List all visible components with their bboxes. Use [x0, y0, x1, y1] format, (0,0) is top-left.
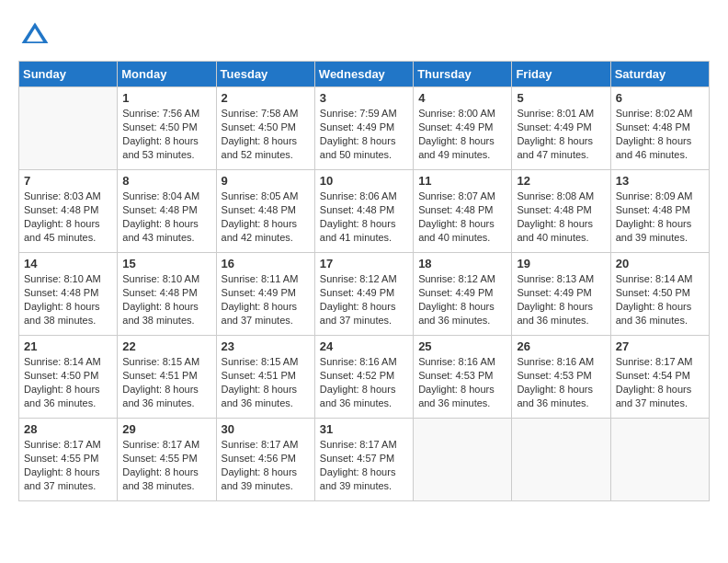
cell-info-line: Daylight: 8 hours [320, 300, 408, 314]
cell-info-line: Daylight: 8 hours [517, 217, 605, 231]
cell-info-line: Sunrise: 8:16 AM [418, 355, 506, 369]
cell-info-line: Sunset: 4:50 PM [122, 121, 210, 134]
day-number: 31 [320, 422, 408, 436]
cell-info-line: Daylight: 8 hours [222, 300, 310, 314]
cell-info-line: and 36 minutes. [418, 396, 506, 410]
day-number: 25 [418, 339, 506, 353]
cell-info-line: and 53 minutes. [122, 148, 210, 162]
day-cell: 11Sunrise: 8:07 AMSunset: 4:48 PMDayligh… [414, 170, 512, 253]
cell-info-line: Daylight: 8 hours [320, 383, 408, 396]
day-number: 26 [517, 339, 605, 353]
cell-info-line: Sunset: 4:56 PM [222, 452, 310, 465]
cell-info-line: Sunrise: 8:06 AM [320, 190, 408, 203]
cell-info-line: Sunrise: 8:17 AM [320, 438, 408, 452]
day-number: 1 [122, 91, 210, 105]
cell-info-line: and 38 minutes. [122, 479, 210, 493]
cell-info-line: and 36 minutes. [616, 314, 704, 327]
cell-info-line: Sunset: 4:48 PM [517, 203, 605, 217]
day-cell: 15Sunrise: 8:10 AMSunset: 4:48 PMDayligh… [118, 253, 216, 336]
cell-info-line: and 37 minutes. [320, 314, 408, 327]
cell-info-line: Daylight: 8 hours [418, 134, 506, 148]
cell-info-line: and 36 minutes. [517, 396, 605, 410]
day-number: 4 [418, 91, 506, 105]
cell-info-line: and 42 minutes. [222, 231, 310, 245]
day-number: 15 [122, 257, 210, 270]
cell-info-line: Sunset: 4:55 PM [122, 452, 210, 465]
day-cell: 22Sunrise: 8:15 AMSunset: 4:51 PMDayligh… [118, 336, 216, 419]
cell-info-line: Sunset: 4:48 PM [122, 203, 210, 217]
calendar-table: SundayMondayTuesdayWednesdayThursdayFrid… [18, 61, 710, 501]
cell-info-line: and 37 minutes. [616, 396, 704, 410]
week-row-2: 14Sunrise: 8:10 AMSunset: 4:48 PMDayligh… [19, 253, 710, 336]
day-number: 21 [24, 339, 112, 353]
day-cell [19, 87, 118, 170]
cell-info-line: Daylight: 8 hours [517, 383, 605, 396]
cell-info-line: and 46 minutes. [616, 148, 704, 162]
day-number: 12 [517, 174, 605, 188]
header-row: SundayMondayTuesdayWednesdayThursdayFrid… [19, 62, 710, 87]
day-number: 3 [320, 91, 408, 105]
week-row-3: 21Sunrise: 8:14 AMSunset: 4:50 PMDayligh… [19, 336, 710, 419]
day-cell: 3Sunrise: 7:59 AMSunset: 4:49 PMDaylight… [314, 87, 413, 170]
day-number: 22 [122, 339, 210, 353]
cell-info-line: Daylight: 8 hours [418, 300, 506, 314]
cell-info-line: Sunset: 4:55 PM [24, 452, 112, 465]
day-number: 14 [24, 257, 112, 270]
cell-info-line: and 40 minutes. [418, 231, 506, 245]
cell-info-line: Sunrise: 8:10 AM [24, 272, 112, 286]
cell-info-line: Sunrise: 8:14 AM [24, 355, 112, 369]
cell-info-line: Sunset: 4:48 PM [24, 286, 112, 300]
cell-info-line: Sunset: 4:57 PM [320, 452, 408, 465]
cell-info-line: Sunrise: 7:59 AM [320, 107, 408, 121]
day-cell: 19Sunrise: 8:13 AMSunset: 4:49 PMDayligh… [512, 253, 610, 336]
page-header [18, 18, 710, 52]
day-number: 20 [616, 257, 704, 270]
cell-info-line: Sunset: 4:50 PM [24, 369, 112, 383]
cell-info-line: Daylight: 8 hours [320, 465, 408, 479]
day-cell: 25Sunrise: 8:16 AMSunset: 4:53 PMDayligh… [414, 336, 512, 419]
cell-info-line: Sunrise: 8:08 AM [517, 190, 605, 203]
week-row-1: 7Sunrise: 8:03 AMSunset: 4:48 PMDaylight… [19, 170, 710, 253]
cell-info-line: Sunset: 4:48 PM [418, 203, 506, 217]
day-cell: 21Sunrise: 8:14 AMSunset: 4:50 PMDayligh… [19, 336, 118, 419]
day-cell: 27Sunrise: 8:17 AMSunset: 4:54 PMDayligh… [610, 336, 709, 419]
day-cell [512, 419, 610, 501]
cell-info-line: and 38 minutes. [122, 314, 210, 327]
cell-info-line: Sunrise: 8:02 AM [616, 107, 704, 121]
day-cell: 2Sunrise: 7:58 AMSunset: 4:50 PMDaylight… [216, 87, 314, 170]
cell-info-line: Daylight: 8 hours [517, 300, 605, 314]
cell-info-line: Sunset: 4:48 PM [122, 286, 210, 300]
cell-info-line: Sunrise: 8:17 AM [24, 438, 112, 452]
day-number: 19 [517, 257, 605, 270]
day-header-saturday: Saturday [610, 62, 709, 87]
cell-info-line: Sunset: 4:49 PM [320, 121, 408, 134]
cell-info-line: and 36 minutes. [24, 396, 112, 410]
cell-info-line: and 49 minutes. [418, 148, 506, 162]
cell-info-line: Daylight: 8 hours [24, 465, 112, 479]
day-cell: 28Sunrise: 8:17 AMSunset: 4:55 PMDayligh… [19, 419, 118, 501]
cell-info-line: Daylight: 8 hours [517, 134, 605, 148]
cell-info-line: Sunset: 4:49 PM [517, 286, 605, 300]
cell-info-line: Sunset: 4:54 PM [616, 369, 704, 383]
day-cell: 31Sunrise: 8:17 AMSunset: 4:57 PMDayligh… [314, 419, 413, 501]
cell-info-line: Sunrise: 8:15 AM [122, 355, 210, 369]
cell-info-line: Sunset: 4:53 PM [517, 369, 605, 383]
cell-info-line: Sunrise: 8:14 AM [616, 272, 704, 286]
cell-info-line: Sunset: 4:51 PM [222, 369, 310, 383]
cell-info-line: Sunset: 4:53 PM [418, 369, 506, 383]
day-number: 29 [122, 422, 210, 436]
cell-info-line: and 36 minutes. [122, 396, 210, 410]
cell-info-line: and 47 minutes. [517, 148, 605, 162]
cell-info-line: and 38 minutes. [24, 314, 112, 327]
cell-info-line: and 39 minutes. [320, 479, 408, 493]
day-cell: 29Sunrise: 8:17 AMSunset: 4:55 PMDayligh… [118, 419, 216, 501]
cell-info-line: Daylight: 8 hours [616, 217, 704, 231]
day-number: 18 [418, 257, 506, 270]
day-number: 8 [122, 174, 210, 188]
day-number: 2 [222, 91, 310, 105]
cell-info-line: and 39 minutes. [222, 479, 310, 493]
cell-info-line: Daylight: 8 hours [122, 134, 210, 148]
day-cell: 10Sunrise: 8:06 AMSunset: 4:48 PMDayligh… [314, 170, 413, 253]
cell-info-line: and 37 minutes. [222, 314, 310, 327]
cell-info-line: Sunset: 4:49 PM [418, 121, 506, 134]
